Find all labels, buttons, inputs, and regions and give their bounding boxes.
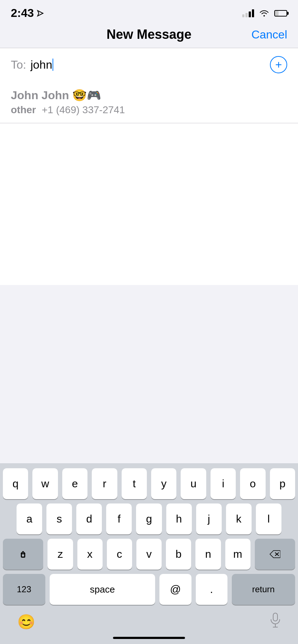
- space-key[interactable]: space: [50, 574, 155, 605]
- key-c[interactable]: c: [107, 539, 132, 570]
- contact-type: other: [11, 104, 36, 116]
- emoji-button[interactable]: 😊: [17, 613, 35, 630]
- location-icon: [37, 10, 44, 17]
- key-n[interactable]: n: [195, 539, 221, 570]
- keyboard-row-4: 123 space @ . return: [3, 574, 295, 605]
- shift-icon: [18, 549, 28, 559]
- key-p[interactable]: p: [270, 468, 295, 499]
- key-b[interactable]: b: [166, 539, 191, 570]
- key-r[interactable]: r: [92, 468, 117, 499]
- key-o[interactable]: o: [240, 468, 265, 499]
- key-k[interactable]: k: [226, 503, 252, 534]
- keyboard-row-2: a s d f g h j k l: [3, 503, 295, 534]
- add-recipient-button[interactable]: +: [270, 56, 287, 73]
- cancel-button[interactable]: Cancel: [244, 28, 287, 41]
- svg-rect-1: [21, 554, 24, 557]
- key-z[interactable]: z: [48, 539, 73, 570]
- nav-bar: New Message Cancel: [0, 23, 298, 48]
- home-indicator: [113, 637, 185, 639]
- key-q[interactable]: q: [3, 468, 28, 499]
- wifi-icon: [259, 9, 269, 17]
- key-g[interactable]: g: [136, 503, 162, 534]
- key-x[interactable]: x: [77, 539, 103, 570]
- key-u[interactable]: u: [181, 468, 206, 499]
- contact-phone-row: other +1 (469) 337-2741: [11, 104, 287, 116]
- return-key[interactable]: return: [232, 574, 295, 605]
- mic-icon: [270, 613, 281, 628]
- contact-phone: +1 (469) 337-2741: [42, 104, 125, 116]
- at-key[interactable]: @: [159, 574, 191, 605]
- status-time: 2:43: [11, 6, 44, 20]
- to-label: To:: [11, 58, 26, 72]
- key-e[interactable]: e: [62, 468, 87, 499]
- svg-marker-0: [38, 10, 43, 16]
- key-w[interactable]: w: [32, 468, 58, 499]
- svg-rect-4: [273, 613, 277, 621]
- key-t[interactable]: t: [122, 468, 147, 499]
- key-j[interactable]: j: [196, 503, 222, 534]
- to-input-value[interactable]: john: [31, 58, 53, 72]
- keyboard: q w e r t y u i o p a s d f g h j k l z …: [0, 463, 298, 644]
- key-i[interactable]: i: [211, 468, 236, 499]
- shift-key[interactable]: [3, 539, 43, 570]
- key-s[interactable]: s: [46, 503, 72, 534]
- plus-icon: +: [275, 59, 282, 70]
- delete-icon: [270, 550, 280, 558]
- key-m[interactable]: m: [225, 539, 250, 570]
- key-f[interactable]: f: [106, 503, 132, 534]
- microphone-button[interactable]: [270, 613, 281, 631]
- contact-suggestion[interactable]: John John 🤓🎮 other +1 (469) 337-2741: [0, 81, 298, 123]
- to-field[interactable]: To: john +: [0, 48, 298, 81]
- home-bar-wrapper: [0, 637, 298, 644]
- key-d[interactable]: d: [76, 503, 102, 534]
- text-cursor: [53, 59, 53, 71]
- key-v[interactable]: v: [136, 539, 162, 570]
- period-key[interactable]: .: [196, 574, 227, 605]
- delete-key[interactable]: [255, 539, 295, 570]
- key-y[interactable]: y: [151, 468, 176, 499]
- status-icons: [242, 9, 287, 17]
- signal-bars-icon: [242, 9, 254, 17]
- compose-area[interactable]: [0, 123, 298, 285]
- status-bar: 2:43: [0, 0, 298, 23]
- keyboard-row-1: q w e r t y u i o p: [3, 468, 295, 499]
- key-h[interactable]: h: [166, 503, 192, 534]
- keyboard-row-3: z x c v b n m: [3, 539, 295, 570]
- key-l[interactable]: l: [256, 503, 281, 534]
- contact-name: John John 🤓🎮: [11, 88, 287, 102]
- battery-icon: [274, 10, 287, 17]
- page-title: New Message: [107, 27, 191, 42]
- numbers-key[interactable]: 123: [3, 574, 45, 605]
- key-a[interactable]: a: [17, 503, 42, 534]
